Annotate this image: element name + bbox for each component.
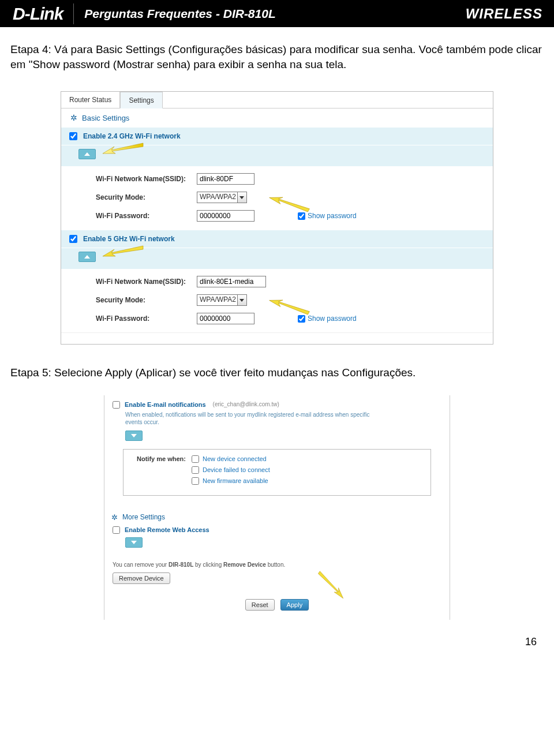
chevron-down-icon <box>237 192 246 203</box>
opt-firmware-label: New firmware available <box>203 477 268 484</box>
band-24ghz-header: Enable 2.4 GHz Wi-Fi network <box>61 127 493 145</box>
dlink-logo: D-Link <box>12 4 63 24</box>
vertical-divider <box>73 3 74 24</box>
pw-5-input[interactable] <box>197 313 254 324</box>
pw-24-label: Wi-Fi Password: <box>96 212 197 220</box>
section-title: Basic Settings <box>82 114 129 122</box>
showpw-5-checkbox[interactable] <box>298 315 305 323</box>
notify-label: Notify me when: <box>134 455 186 462</box>
remove-device-block: You can remove your DIR-810L by clicking… <box>104 556 450 593</box>
collapse-5-button[interactable] <box>78 252 96 262</box>
pw-24-input[interactable] <box>197 210 254 222</box>
apply-button[interactable]: Apply <box>280 599 309 611</box>
showpw-24-label: Show password <box>308 212 357 220</box>
section-basic-settings: ✲ Basic Settings <box>61 108 493 127</box>
band-24ghz-collapse-row <box>61 145 493 166</box>
remove-text-e: button. <box>266 562 285 568</box>
showpw-24-checkbox[interactable] <box>298 212 305 220</box>
remote-access-block: Enable Remote Web Access <box>104 526 450 556</box>
enable-email-label: Enable E-mail notifications <box>125 401 206 408</box>
enable-email-checkbox[interactable] <box>113 401 120 409</box>
remove-text-c: by clicking <box>193 562 223 568</box>
band-5ghz-collapse-row <box>61 248 493 269</box>
form-24ghz: Wi-Fi Network Name(SSID): Security Mode:… <box>61 166 493 230</box>
step5-text: Etapa 5: Selecione Apply (Aplicar) se vo… <box>0 361 554 387</box>
reset-button[interactable]: Reset <box>245 599 275 611</box>
tab-router-status[interactable]: Router Status <box>61 92 120 108</box>
collapse-24-button[interactable] <box>78 149 96 159</box>
mode-5-value: WPA/WPA2 <box>200 295 236 304</box>
pw-5-label: Wi-Fi Password: <box>96 315 197 323</box>
remove-text-d: Remove Device <box>223 562 266 568</box>
mode-24-select[interactable]: WPA/WPA2 <box>197 192 247 203</box>
screenshot-more-settings: Enable E-mail notifications (eric_chan@d… <box>104 395 450 620</box>
email-desc: When enabled, notifications will be sent… <box>125 411 379 426</box>
notify-options-box: Notify me when: New device connected Dev… <box>123 449 431 496</box>
enable-5ghz-label: Enable 5 GHz Wi-Fi network <box>83 235 175 243</box>
mode-5-select[interactable]: WPA/WPA2 <box>197 294 247 306</box>
page-title: Perguntas Frequentes - DIR-810L <box>84 7 275 21</box>
email-notifications-block: Enable E-mail notifications (eric_chan@d… <box>104 395 450 508</box>
page-header: D-Link Perguntas Frequentes - DIR-810L W… <box>0 0 554 27</box>
gear-icon: ✲ <box>70 113 77 122</box>
opt-failed-label: Device failed to connect <box>203 466 270 473</box>
screenshot-basic-settings: Router Status Settings ✲ Basic Settings … <box>61 91 493 345</box>
chevron-down-icon <box>237 295 246 305</box>
more-settings-label: More Settings <box>122 513 165 521</box>
ssid-5-input[interactable] <box>197 276 266 287</box>
mode-5-label: Security Mode: <box>96 296 197 304</box>
opt-new-device-checkbox[interactable] <box>192 455 199 463</box>
ssid-5-label: Wi-Fi Network Name(SSID): <box>96 278 197 286</box>
expand-email-button[interactable] <box>125 431 143 441</box>
bottom-buttons: Reset Apply <box>104 593 450 620</box>
opt-failed-checkbox[interactable] <box>192 466 199 474</box>
wireless-label: WIRELESS <box>466 6 542 22</box>
enable-email-sub: (eric_chan@dlink.com.tw) <box>213 401 279 407</box>
enable-remote-label: Enable Remote Web Access <box>125 526 209 533</box>
showpw-5-label: Show password <box>308 315 357 323</box>
remove-device-button[interactable]: Remove Device <box>113 572 170 584</box>
expand-remote-button[interactable] <box>125 537 143 548</box>
page-number: 16 <box>0 636 554 660</box>
enable-remote-checkbox[interactable] <box>113 526 120 534</box>
more-settings-header: ✲ More Settings <box>104 508 450 526</box>
enable-24ghz-checkbox[interactable] <box>69 132 77 140</box>
ssid-24-input[interactable] <box>197 173 254 185</box>
tabs-row: Router Status Settings <box>61 92 493 108</box>
footer-gap <box>61 332 493 344</box>
step4-text: Etapa 4: Vá para Basic Settings (Configu… <box>0 27 554 78</box>
enable-24ghz-label: Enable 2.4 GHz Wi-Fi network <box>83 132 181 140</box>
gear-icon: ✲ <box>111 513 118 522</box>
remove-text-b: DIR-810L <box>169 562 193 568</box>
mode-24-value: WPA/WPA2 <box>200 193 236 201</box>
band-5ghz-header: Enable 5 GHz Wi-Fi network <box>61 230 493 248</box>
remove-text-a: You can remove your <box>113 562 169 568</box>
form-5ghz: Wi-Fi Network Name(SSID): Security Mode:… <box>61 269 493 332</box>
mode-24-label: Security Mode: <box>96 193 197 201</box>
enable-5ghz-checkbox[interactable] <box>69 235 77 243</box>
ssid-24-label: Wi-Fi Network Name(SSID): <box>96 175 197 183</box>
tab-settings[interactable]: Settings <box>120 92 162 108</box>
opt-new-device-label: New device connected <box>203 455 267 462</box>
opt-firmware-checkbox[interactable] <box>192 477 199 485</box>
brand-text: D-Link <box>13 4 63 24</box>
